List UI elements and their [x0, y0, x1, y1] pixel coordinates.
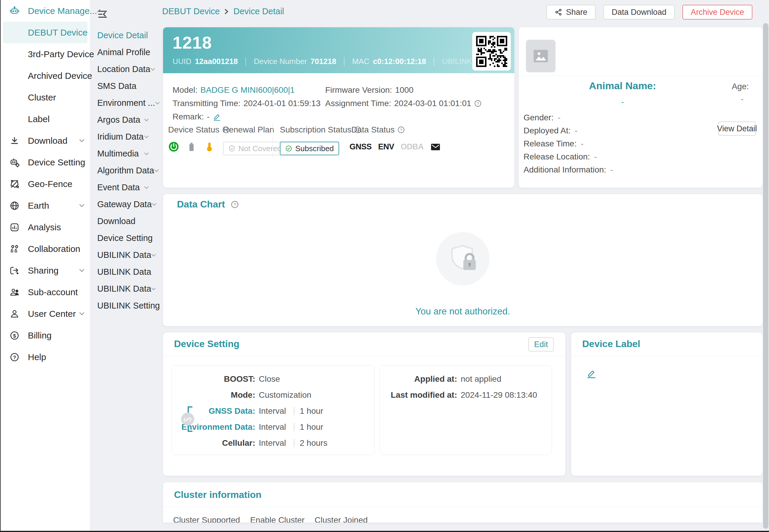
- subnav-item-iridium-data[interactable]: Iridium Data: [90, 128, 153, 145]
- odba-tag: ODBA: [401, 142, 424, 151]
- subnav-item-multimedia[interactable]: Multimedia: [90, 145, 153, 162]
- gender-row: Gender: -: [524, 111, 613, 124]
- sidebar-item-label: Label: [28, 114, 50, 124]
- sidebar-item-sub-account[interactable]: Sub-account: [1, 281, 90, 303]
- edit-remark-icon[interactable]: [213, 112, 221, 121]
- subnav-label: Event Data: [97, 183, 140, 192]
- svg-text:?: ?: [234, 202, 236, 207]
- cellular-value: Interval: [255, 438, 290, 448]
- mail-icon[interactable]: [430, 143, 441, 151]
- sidebar-item-device-management[interactable]: Device Manage...: [1, 0, 90, 22]
- sidebar-item-archived-device[interactable]: Archived Device: [3, 65, 87, 87]
- sidebar-item-label: User Center: [28, 309, 76, 319]
- sidebar-item-label: Help: [28, 352, 46, 362]
- gender-value: -: [558, 113, 560, 122]
- sidebar-item-billing[interactable]: $ Billing: [1, 325, 90, 346]
- release-time-value: -: [581, 139, 583, 148]
- sidebar-item-sharing[interactable]: Sharing: [1, 260, 90, 281]
- apply-rows: Applied at: not applied Last modified at…: [380, 371, 550, 403]
- subnav-item-sms-data[interactable]: SMS Data: [90, 78, 153, 95]
- shield-lock-icon: [445, 241, 481, 277]
- edit-button[interactable]: Edit: [528, 337, 554, 352]
- sidebar-item-download[interactable]: Download: [1, 130, 90, 151]
- separator: [294, 407, 294, 415]
- subnav-item-ubilink-data-1[interactable]: UBILINK Data: [90, 247, 153, 263]
- sidebar-item-user-center[interactable]: User Center: [1, 303, 90, 325]
- breadcrumb-device-detail[interactable]: Device Detail: [233, 7, 284, 16]
- link-icon: [181, 413, 194, 426]
- chevron-down-icon: [151, 254, 156, 257]
- help-icon: ?: [9, 352, 20, 363]
- assignment-time-value: 2024-03-01 01:01:01: [394, 99, 471, 108]
- chevron-down-icon: [79, 139, 84, 142]
- sidebar-item-analysis[interactable]: Analysis: [1, 216, 90, 238]
- breadcrumb-separator-icon: [224, 9, 229, 15]
- not-authorized-illustration: [436, 232, 489, 285]
- cellular-row: Cellular: Interval 2 hours: [178, 435, 371, 451]
- subnav-item-argos-data[interactable]: Argos Data: [90, 111, 153, 128]
- sidebar-item-debut-device[interactable]: DEBUT Device: [3, 22, 87, 43]
- sidebar-item-collaboration[interactable]: Collaboration: [1, 238, 90, 260]
- deployed-at-value: -: [575, 126, 577, 135]
- data-status-tags: GNSS ENV ODBA: [350, 142, 441, 151]
- subscription-header: Subscription Status ?: [280, 125, 361, 135]
- remark-value: -: [207, 112, 210, 122]
- subnav-item-animal-profile[interactable]: Animal Profile: [90, 44, 153, 61]
- edit-label-icon[interactable]: [586, 368, 597, 379]
- subnav-item-download[interactable]: Download: [90, 213, 153, 230]
- device-overview-card: 1218 UUID 12aa001218 Device Number 70121…: [163, 27, 514, 188]
- device-setting-card: Device Setting Edit BOOST: Close Mode: C…: [163, 333, 565, 476]
- help-icon[interactable]: ?: [231, 201, 239, 208]
- badge-check-icon: [285, 145, 292, 152]
- subnav-label: Animal Profile: [97, 47, 150, 57]
- breadcrumb-debut-device[interactable]: DEBUT Device: [162, 7, 220, 16]
- subnav-item-algorithm-data[interactable]: Algorithm Data: [90, 162, 153, 179]
- subnav-item-ubilink-data-2[interactable]: UBILINK Data: [90, 263, 153, 280]
- qr-code: [476, 36, 507, 67]
- subnav-item-location-data[interactable]: Location Data: [90, 61, 153, 78]
- model-value[interactable]: BADGE G MINI600|600|1: [200, 85, 295, 95]
- archive-device-button[interactable]: Archive Device: [682, 5, 752, 20]
- device-number-label: Device Number: [254, 57, 307, 66]
- boost-row: BOOST: Close: [178, 371, 371, 387]
- sidebar-item-cluster[interactable]: Cluster: [3, 87, 87, 108]
- chevron-down-icon: [144, 135, 149, 138]
- subnav-item-ubilink-setting[interactable]: UBILINK Setting: [90, 297, 153, 314]
- view-detail-button[interactable]: View Detail: [718, 122, 756, 136]
- environment-data-interval: 1 hour: [298, 422, 371, 432]
- chevron-down-icon: [144, 152, 149, 155]
- subnav-item-device-setting[interactable]: Device Setting: [90, 230, 153, 247]
- sidebar-item-device-setting[interactable]: Device Setting: [1, 151, 90, 173]
- sidebar-item-label-entry[interactable]: Label: [3, 108, 87, 130]
- assignment-row: Assignment Time: 2024-03-01 01:01:01 ?: [325, 99, 481, 108]
- subnav-item-ubilink-data-3[interactable]: UBILINK Data: [90, 280, 153, 297]
- sidebar-item-label: Sharing: [28, 266, 58, 276]
- share-icon: [555, 8, 562, 16]
- view-detail-label: View Detail: [717, 124, 757, 133]
- subnav-item-environment-data[interactable]: Environment ...: [90, 95, 153, 111]
- subnav-item-gateway-data[interactable]: Gateway Data: [90, 196, 153, 213]
- help-icon[interactable]: ?: [398, 126, 405, 133]
- vertical-scrollbar[interactable]: [763, 23, 768, 529]
- svg-text:?: ?: [477, 101, 479, 106]
- sidebar-item-earth[interactable]: Earth: [1, 195, 90, 216]
- device-status-label: Device Status: [168, 125, 219, 135]
- sidebar-item-label: Sub-account: [28, 287, 78, 297]
- data-download-button[interactable]: Data Download: [603, 5, 675, 20]
- chevron-down-icon: [151, 287, 156, 290]
- mac-value: c0:12:00:12:18: [373, 57, 426, 66]
- last-modified-label: Last modified at:: [380, 390, 457, 400]
- subnav-item-device-detail[interactable]: Device Detail: [90, 27, 153, 44]
- additional-information-value: -: [610, 165, 613, 175]
- cluster-information-title: Cluster information: [174, 489, 261, 500]
- share-button[interactable]: Share: [546, 5, 596, 20]
- sidebar-item-geo-fence[interactable]: Geo-Fence: [1, 173, 90, 195]
- chevron-down-icon: [79, 204, 84, 207]
- sidebar-item-3rd-party-device[interactable]: 3rd-Party Device: [3, 43, 87, 65]
- sharing-icon: [9, 265, 20, 276]
- subnav-item-event-data[interactable]: Event Data: [90, 179, 153, 196]
- enable-cluster-label: Enable Cluster: [250, 515, 305, 523]
- chevron-down-icon: [154, 169, 159, 172]
- sidebar-item-help[interactable]: ? Help: [1, 346, 90, 368]
- help-icon[interactable]: ?: [474, 100, 481, 107]
